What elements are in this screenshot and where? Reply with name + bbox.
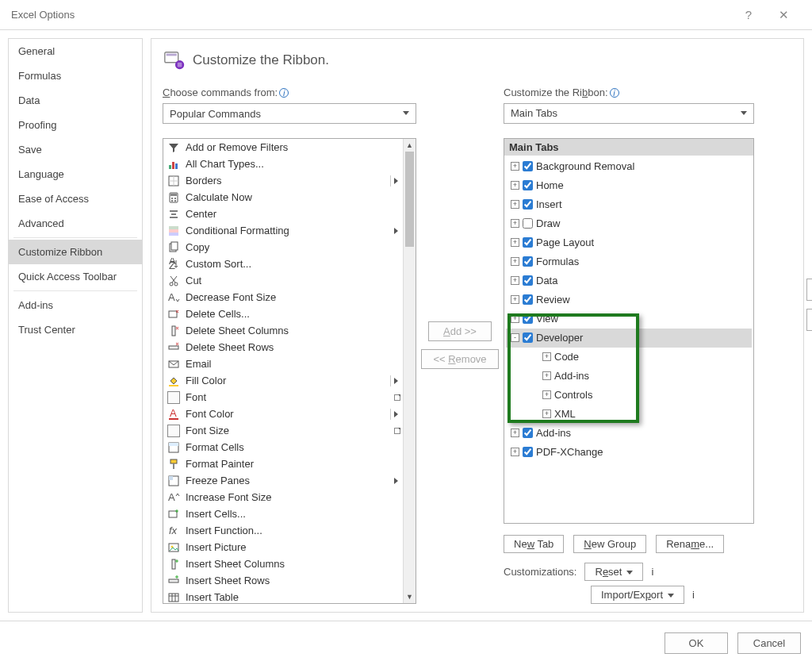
command-insert-sheet-columns[interactable]: Insert Sheet Columns	[163, 555, 403, 572]
tree-node-page-layout[interactable]: +Page Layout	[506, 233, 752, 252]
add-button[interactable]: Add >>	[428, 321, 492, 341]
tree-node-formulas[interactable]: +Formulas	[506, 252, 752, 271]
tree-node-insert[interactable]: +Insert	[506, 195, 752, 214]
command-fill-color[interactable]: Fill Color	[163, 372, 403, 389]
command-calculate-now[interactable]: Calculate Now	[163, 189, 403, 206]
command-insert-sheet-rows[interactable]: Insert Sheet Rows	[163, 572, 403, 589]
expander-icon[interactable]: +	[542, 371, 551, 380]
command-copy[interactable]: Copy	[163, 239, 403, 256]
tabs-tree[interactable]: Main Tabs +Background Removal+Home+Inser…	[504, 138, 754, 524]
move-up-button[interactable]: ▲	[806, 279, 812, 301]
nav-item-customize-ribbon[interactable]: Customize Ribbon	[9, 240, 142, 264]
tab-checkbox[interactable]	[523, 428, 533, 438]
info-icon[interactable]: i	[610, 88, 619, 98]
tab-checkbox[interactable]	[523, 180, 533, 190]
remove-button[interactable]: << Remove	[421, 349, 498, 369]
tree-node-background-removal[interactable]: +Background Removal	[506, 157, 752, 176]
commands-listbox[interactable]: Add or Remove Filters All Chart Types...…	[163, 138, 416, 604]
new-group-button[interactable]: New Group	[573, 535, 646, 553]
expander-icon[interactable]: +	[511, 276, 519, 285]
info-icon[interactable]: i	[651, 566, 653, 578]
tree-node-developer[interactable]: -Developer	[506, 329, 752, 348]
tree-node-view[interactable]: +View	[506, 309, 752, 329]
rename-button[interactable]: Rename...	[656, 535, 724, 553]
customize-ribbon-combo[interactable]: Main Tabs	[504, 103, 754, 124]
nav-item-save[interactable]: Save	[9, 137, 142, 162]
tab-checkbox[interactable]	[523, 294, 533, 305]
info-icon[interactable]: i	[279, 88, 289, 98]
expander-icon[interactable]: -	[511, 333, 519, 342]
tab-checkbox[interactable]	[523, 313, 533, 324]
command-custom-sort-[interactable]: AZCustom Sort...	[163, 256, 403, 272]
new-tab-button[interactable]: New Tab	[504, 535, 564, 553]
nav-item-general[interactable]: General	[9, 39, 142, 63]
nav-item-data[interactable]: Data	[9, 88, 142, 113]
move-down-button[interactable]: ▼	[806, 309, 812, 331]
nav-item-quick-access-toolbar[interactable]: Quick Access Toolbar	[9, 264, 142, 289]
command-font-size[interactable]: Font Size	[163, 422, 403, 439]
nav-item-add-ins[interactable]: Add-ins	[9, 293, 142, 317]
command-delete-sheet-columns[interactable]: Delete Sheet Columns	[163, 322, 403, 339]
nav-item-proofing[interactable]: Proofing	[9, 113, 142, 137]
info-icon[interactable]: i	[692, 589, 695, 601]
command-font-color[interactable]: AFont Color	[163, 406, 403, 422]
scroll-down-button[interactable]: ▼	[404, 590, 416, 603]
command-delete-cells-[interactable]: Delete Cells...	[163, 306, 403, 322]
expander-icon[interactable]: +	[511, 295, 519, 304]
command-format-painter[interactable]: Format Painter	[163, 456, 403, 472]
expander-icon[interactable]: +	[511, 238, 519, 247]
command-center[interactable]: Center	[163, 206, 403, 222]
scroll-up-button[interactable]: ▲	[404, 139, 416, 152]
expander-icon[interactable]: +	[511, 162, 519, 171]
nav-item-trust-center[interactable]: Trust Center	[9, 317, 142, 342]
tree-node-controls[interactable]: +Controls	[506, 386, 752, 405]
command-all-chart-types-[interactable]: All Chart Types...	[163, 156, 403, 172]
command-insert-table[interactable]: Insert Table	[163, 589, 403, 603]
command-decrease-font-size[interactable]: ADecrease Font Size	[163, 289, 403, 306]
tab-checkbox[interactable]	[523, 447, 533, 457]
expander-icon[interactable]: +	[511, 200, 519, 209]
command-conditional-formatting[interactable]: Conditional Formatting	[163, 222, 403, 239]
tree-node-add-ins[interactable]: +Add-ins	[506, 424, 752, 443]
scroll-thumb[interactable]	[405, 152, 414, 247]
tab-checkbox[interactable]	[523, 161, 533, 171]
expander-icon[interactable]: +	[542, 390, 551, 399]
tree-node-draw[interactable]: +Draw	[506, 214, 752, 233]
command-borders[interactable]: Borders	[163, 172, 403, 189]
choose-commands-combo[interactable]: Popular Commands	[163, 103, 416, 124]
ok-button[interactable]: OK	[665, 632, 728, 654]
tree-node-review[interactable]: +Review	[506, 290, 752, 309]
tab-checkbox[interactable]	[523, 256, 533, 267]
tree-node-xml[interactable]: +XML	[506, 405, 752, 424]
expander-icon[interactable]: +	[511, 181, 519, 190]
reset-button[interactable]: Reset	[584, 563, 643, 581]
command-add-or-remove-filters[interactable]: Add or Remove Filters	[163, 139, 403, 156]
command-delete-sheet-rows[interactable]: Delete Sheet Rows	[163, 339, 403, 356]
expander-icon[interactable]: +	[511, 219, 519, 228]
tree-node-add-ins[interactable]: +Add-ins	[506, 367, 752, 386]
command-font[interactable]: Font	[163, 389, 403, 406]
tree-node-pdf-xchange[interactable]: +PDF-XChange	[506, 443, 752, 462]
tab-checkbox[interactable]	[523, 199, 533, 209]
command-freeze-panes[interactable]: Freeze Panes	[163, 472, 403, 489]
command-email[interactable]: Email	[163, 356, 403, 372]
tree-node-home[interactable]: +Home	[506, 176, 752, 195]
command-increase-font-size[interactable]: AIncrease Font Size	[163, 489, 403, 505]
nav-item-formulas[interactable]: Formulas	[9, 63, 142, 88]
expander-icon[interactable]: +	[511, 314, 519, 323]
command-format-cells[interactable]: Format Cells	[163, 439, 403, 456]
close-button[interactable]: ✕	[766, 8, 801, 22]
expander-icon[interactable]: +	[511, 257, 519, 266]
command-insert-cells-[interactable]: Insert Cells...	[163, 505, 403, 522]
cancel-button[interactable]: Cancel	[737, 632, 801, 654]
nav-item-ease-of-access[interactable]: Ease of Access	[9, 186, 142, 211]
command-insert-picture[interactable]: Insert Picture	[163, 539, 403, 555]
expander-icon[interactable]: +	[511, 429, 519, 437]
command-insert-function-[interactable]: fxInsert Function...	[163, 522, 403, 539]
nav-item-advanced[interactable]: Advanced	[9, 211, 142, 236]
tab-checkbox[interactable]	[523, 332, 533, 343]
tree-node-data[interactable]: +Data	[506, 271, 752, 290]
scrollbar[interactable]: ▲ ▼	[403, 139, 416, 603]
expander-icon[interactable]: +	[511, 448, 519, 456]
nav-item-language[interactable]: Language	[9, 162, 142, 186]
